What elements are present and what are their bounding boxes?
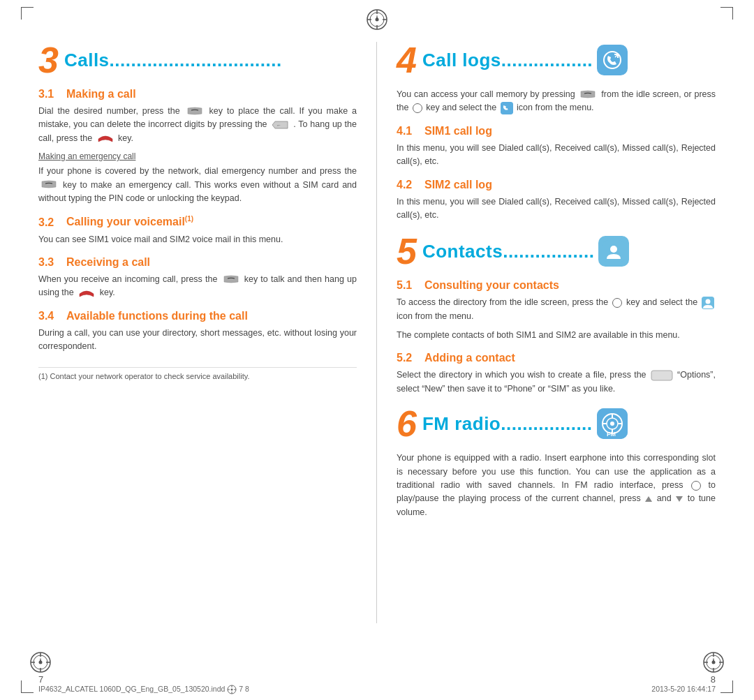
compass-left-icon xyxy=(29,651,52,673)
footnote: (1) Contact your network operator to che… xyxy=(38,367,357,380)
section34-num: 3.4 xyxy=(38,310,61,322)
section34-header: 3.4 Available functions during the call xyxy=(38,310,357,322)
left-page-num: 7 xyxy=(38,674,43,685)
contacts-chapter-icon xyxy=(598,236,629,267)
section31-block: 3.1 Making a call Dial the desired numbe… xyxy=(38,88,357,205)
section52-header: 5.2 Adding a contact xyxy=(397,352,716,364)
section31-header: 3.1 Making a call xyxy=(38,88,357,100)
compass-right-icon xyxy=(702,651,725,673)
chapter6-body: Your phone is equipped with a radio. Ins… xyxy=(397,452,716,519)
section52-block: 5.2 Adding a contact Select the director… xyxy=(397,352,716,396)
bottom-compass-icon xyxy=(227,685,237,694)
section42-body: In this menu, you will see Dialed call(s… xyxy=(397,195,716,223)
section33-title: Receiving a call xyxy=(66,256,150,269)
svg-text:FM: FM xyxy=(607,431,616,438)
svg-rect-32 xyxy=(651,371,672,380)
chapter4-intro: You can access your call memory by press… xyxy=(397,88,716,115)
section51-block: 5.1 Consulting your contacts To access t… xyxy=(397,279,716,342)
section41-body: In this menu, you will see Dialed call(s… xyxy=(397,142,716,169)
section52-body: Select the directory in which you wish t… xyxy=(397,368,716,396)
options-key-icon xyxy=(651,370,673,381)
call-key-icon2 xyxy=(40,180,58,190)
call-logs-chapter-icon xyxy=(597,45,628,75)
contacts-mini-icon xyxy=(702,297,714,309)
chapter3-num: 3 xyxy=(38,42,59,78)
section34-title: Available functions during the call xyxy=(66,310,248,322)
svg-point-36 xyxy=(610,422,614,426)
section32-block: 3.2 Calling your voicemail(1) You can se… xyxy=(38,215,357,246)
chapter4-num: 4 xyxy=(397,42,417,78)
section51-num: 5.1 xyxy=(397,279,419,292)
svg-point-14 xyxy=(39,661,43,664)
chapter5-title: Contacts................. xyxy=(422,241,595,262)
fm-svg: FM xyxy=(597,408,628,439)
circle-key-icon3 xyxy=(691,481,701,491)
chapter6-header: 6 FM radio................. xyxy=(397,405,716,442)
bottom-meta-right: 2013-5-20 16:44:17 xyxy=(651,685,716,694)
bottom-meta-left: IP4632_ALCATEL 1060D_QG_Eng_GB_05_130520… xyxy=(38,685,249,694)
calllog-mini-icon xyxy=(501,102,513,114)
section31-emergency-body: If your phone is covered by the network,… xyxy=(38,165,357,205)
section31-body1: Dial the desired number, press the key t… xyxy=(38,105,357,145)
section41-title: SIM1 call log xyxy=(424,125,492,137)
chapter4-header: 4 Call logs................. xyxy=(397,42,716,78)
svg-point-29 xyxy=(610,246,617,253)
chapter6-title: FM radio................. xyxy=(422,413,593,435)
section52-title: Adding a contact xyxy=(424,352,515,364)
section32-body: You can see SIM1 voice mail and SIM2 voi… xyxy=(38,233,357,246)
section32-header: 3.2 Calling your voicemail(1) xyxy=(38,215,357,228)
svg-point-22 xyxy=(712,661,716,664)
section34-block: 3.4 Available functions during the call … xyxy=(38,310,357,354)
call-logs-svg xyxy=(601,49,623,71)
call-key-intro-icon xyxy=(579,90,597,100)
main-columns: 3 Calls................................ … xyxy=(0,21,754,658)
bottom-meta: IP4632_ALCATEL 1060D_QG_Eng_GB_05_130520… xyxy=(0,685,754,694)
section41-num: 4.1 xyxy=(397,125,419,137)
section52-num: 5.2 xyxy=(397,352,419,364)
chapter6-num: 6 xyxy=(397,405,417,442)
circle-key-icon xyxy=(413,103,422,113)
circle-key-icon2 xyxy=(612,298,622,308)
section33-block: 3.3 Receiving a call When you receive an… xyxy=(38,256,357,300)
tri-up-icon xyxy=(645,496,652,502)
chapter5-header: 5 Contacts................. xyxy=(397,233,716,269)
section41-block: 4.1 SIM1 call log In this menu, you will… xyxy=(397,125,716,169)
section51-title: Consulting your contacts xyxy=(424,279,559,292)
chapter3-header: 3 Calls................................ xyxy=(38,42,357,78)
corner-tl xyxy=(21,7,34,20)
delete-key-icon: ← xyxy=(271,120,289,130)
svg-point-31 xyxy=(706,299,711,304)
hangup-key-icon2 xyxy=(77,288,96,298)
chapter4-title: Call logs................. xyxy=(422,50,593,71)
call-key-icon3 xyxy=(222,275,240,285)
right-page-num: 8 xyxy=(711,674,716,685)
svg-rect-27 xyxy=(501,102,513,114)
page-container: 3 Calls................................ … xyxy=(0,0,754,700)
right-column: 4 Call logs................. xyxy=(377,42,716,623)
svg-text:←: ← xyxy=(276,123,281,128)
section42-title: SIM2 call log xyxy=(424,179,492,191)
fm-chapter-icon: FM xyxy=(597,408,628,439)
section34-body: During a call, you can use your director… xyxy=(38,327,357,354)
section32-title: Calling your voicemail(1) xyxy=(66,215,193,228)
hangup-key-icon xyxy=(96,133,114,143)
section51-header: 5.1 Consulting your contacts xyxy=(397,279,716,292)
section33-num: 3.3 xyxy=(38,256,61,269)
chapter5-num: 5 xyxy=(397,233,417,269)
section31-emergency-link[interactable]: Making an emergency call xyxy=(38,151,357,161)
section32-num: 3.2 xyxy=(38,216,61,229)
section41-header: 4.1 SIM1 call log xyxy=(397,125,716,137)
page-numbers: 7 8 xyxy=(0,674,754,685)
section42-block: 4.2 SIM2 call log In this menu, you will… xyxy=(397,179,716,223)
contacts-svg xyxy=(603,240,625,262)
section51-body4: The complete contacts of both SIM1 and S… xyxy=(397,329,716,342)
chapter3-title: Calls................................ xyxy=(64,50,282,71)
section42-num: 4.2 xyxy=(397,179,419,191)
left-column: 3 Calls................................ … xyxy=(38,42,377,623)
corner-tr xyxy=(720,7,733,20)
section42-header: 4.2 SIM2 call log xyxy=(397,179,716,191)
section31-num: 3.1 xyxy=(38,88,61,100)
compass-top-icon xyxy=(366,8,388,31)
section33-body: When you receive an incoming call, press… xyxy=(38,273,357,300)
call-key-icon xyxy=(186,107,204,117)
